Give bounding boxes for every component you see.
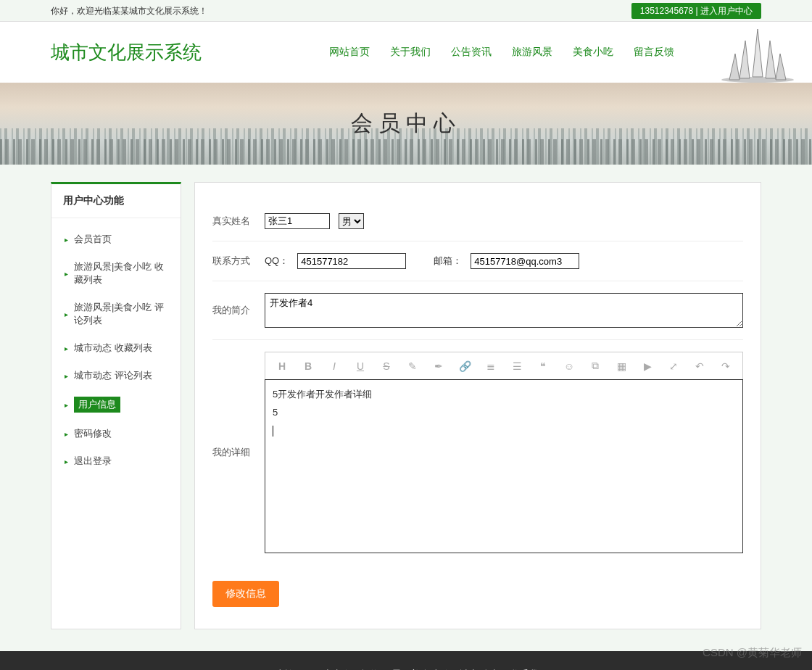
sidebar-item-fav-news[interactable]: ▸城市动态 收藏列表 [51,334,181,362]
image-icon[interactable]: ⧉ [589,360,602,372]
caret-icon: ▸ [65,270,68,278]
nav-feedback[interactable]: 留言反馈 [634,46,674,59]
editor-line-2: 5 [273,405,735,421]
paint-icon[interactable]: ✒ [432,360,445,372]
row-realname: 真实姓名 男 [212,202,743,241]
gender-select[interactable]: 男 [339,213,364,229]
detail-editor[interactable]: 5开发作者开发作者详细 5 [265,379,743,553]
bold-icon[interactable]: B [302,360,315,372]
sidebar-item-comment-news[interactable]: ▸城市动态 评论列表 [51,362,181,389]
logo-monument-icon [718,25,798,83]
enter-user-center-label: 进入用户中心 [700,6,753,16]
svg-marker-2 [740,41,750,78]
intro-textarea[interactable]: 开发作者4 [265,293,743,328]
sidebar: 用户中心功能 ▸会员首页 ▸旅游风景|美食小吃 收藏列表 ▸旅游风景|美食小吃 … [51,182,181,629]
email-input[interactable] [471,253,579,269]
caret-icon: ▸ [65,430,68,438]
sidebar-item-home[interactable]: ▸会员首页 [51,226,181,253]
italic-icon[interactable]: I [328,360,341,372]
expand-icon[interactable]: ⤢ [667,360,680,372]
caret-icon: ▸ [65,344,68,352]
phone-text: 13512345678 [640,6,693,16]
label-detail: 我的详细 [212,352,265,459]
nav-news[interactable]: 公告资讯 [451,46,492,59]
label-contact: 联系方式 [212,255,265,268]
quote-icon[interactable]: ❝ [536,360,550,372]
sidebar-item-password[interactable]: ▸密码修改 [51,420,181,447]
caret-icon: ▸ [65,310,68,318]
label-intro: 我的简介 [212,304,265,317]
header: 城市文化展示系统 网站首页 关于我们 公告资讯 旅游风景 美食小吃 留言反馈 [0,22,812,83]
nav-about[interactable]: 关于我们 [390,46,431,59]
undo-icon[interactable]: ↶ [693,360,706,372]
banner: 会员中心 [0,83,812,165]
sidebar-item-logout[interactable]: ▸退出登录 [51,447,181,475]
nav-food[interactable]: 美食小吃 [573,46,613,59]
text-cursor [273,426,273,437]
submit-button[interactable]: 修改信息 [212,581,279,607]
nav-home[interactable]: 网站首页 [329,46,370,59]
sidebar-item-fav-scenery[interactable]: ▸旅游风景|美食小吃 收藏列表 [51,253,181,294]
top-bar: 你好，欢迎光临某某城市文化展示系统！ 13512345678 | 进入用户中心 [0,0,812,22]
table-icon[interactable]: ▦ [615,360,628,372]
caret-icon: ▸ [65,401,68,409]
email-sublabel: 邮箱： [434,255,462,268]
redo-icon[interactable]: ↷ [719,360,732,372]
svg-marker-1 [753,29,763,77]
link-icon[interactable]: 🔗 [458,360,471,372]
strike-icon[interactable]: S [380,360,393,372]
editor-line-1: 5开发作者开发作者详细 [273,387,735,402]
erase-icon[interactable]: ✎ [406,360,419,372]
banner-title: 会员中心 [0,83,812,165]
caret-icon: ▸ [65,458,68,466]
qq-sublabel: QQ： [265,255,289,268]
editor-toolbar: H B I U S ✎ ✒ 🔗 ≣ ☰ ❝ ☺ ⧉ ▦ ▶ ⤢ ↶ [265,352,743,379]
welcome-text: 你好，欢迎光临某某城市文化展示系统！ [51,0,207,22]
row-detail: 我的详细 H B I U S ✎ ✒ 🔗 ≣ ☰ ❝ ☺ ⧉ ▦ [212,340,743,565]
row-intro: 我的简介 开发作者4 [212,281,743,340]
caret-icon: ▸ [65,236,68,244]
label-realname: 真实姓名 [212,215,265,228]
sidebar-item-comment-scenery[interactable]: ▸旅游风景|美食小吃 评论列表 [51,294,181,334]
row-contact: 联系方式 QQ： 邮箱： [212,241,743,281]
svg-marker-5 [776,54,786,80]
svg-marker-4 [729,54,740,80]
sidebar-list: ▸会员首页 ▸旅游风景|美食小吃 收藏列表 ▸旅游风景|美食小吃 评论列表 ▸城… [51,218,181,482]
video-icon[interactable]: ▶ [641,360,654,372]
qq-input[interactable] [297,253,406,269]
heading-icon[interactable]: H [276,360,289,372]
sidebar-title: 用户中心功能 [51,184,181,218]
site-title: 城市文化展示系统 [51,40,202,65]
svg-marker-3 [766,41,776,78]
sidebar-item-user-info[interactable]: ▸用户信息 [51,389,181,420]
underline-icon[interactable]: U [354,360,367,372]
list-icon[interactable]: ≣ [484,360,497,372]
main-nav: 网站首页 关于我们 公告资讯 旅游风景 美食小吃 留言反馈 [329,46,761,59]
caret-icon: ▸ [65,372,68,380]
user-center-button[interactable]: 13512345678 | 进入用户中心 [631,3,761,19]
main-panel: 真实姓名 男 联系方式 QQ： 邮箱： 我的简介 开发作者4 [194,182,761,629]
indent-icon[interactable]: ☰ [510,360,523,372]
emoji-icon[interactable]: ☺ [563,360,576,372]
realname-input[interactable] [265,213,330,229]
nav-scenery[interactable]: 旅游风景 [512,46,552,59]
footer: 网站首页 | 历史文化 | 旅游风景 | 美食小吃 | 城市动态 | 联系我们 … [0,651,812,670]
